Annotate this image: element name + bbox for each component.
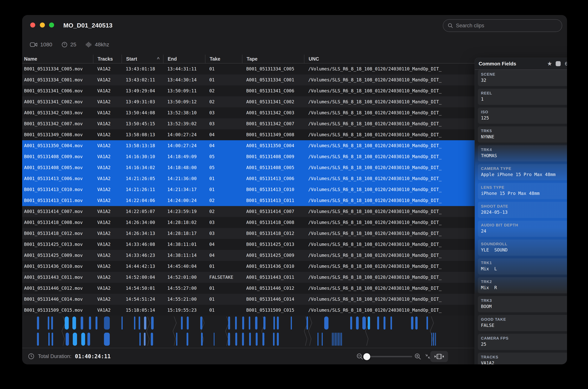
- field-card[interactable]: TRK4THOMAS: [478, 145, 567, 162]
- timeline-clip-bar[interactable]: [235, 317, 237, 329]
- timeline-clip-bar[interactable]: [341, 333, 342, 346]
- timeline-clip-bar[interactable]: [334, 333, 334, 346]
- field-card[interactable]: SOUNDROLLYLE SOUND: [478, 239, 567, 256]
- field-card[interactable]: CAMERA FPS25: [478, 334, 567, 350]
- field-card[interactable]: TRK3BOOM: [478, 296, 567, 312]
- search-box[interactable]: [443, 19, 562, 32]
- timeline-clip-bar[interactable]: [332, 333, 333, 346]
- timeline-clip-bar[interactable]: [51, 317, 53, 329]
- column-header-tape[interactable]: Tape: [242, 55, 304, 63]
- timeline-clip-bar[interactable]: [228, 317, 230, 329]
- timeline-clip-bar[interactable]: [249, 317, 250, 329]
- timeline-clip-bar[interactable]: [291, 317, 292, 329]
- timeline-clip-bar[interactable]: [187, 333, 188, 346]
- timeline-clip-bar[interactable]: [383, 317, 385, 329]
- timeline-clip-bar[interactable]: [377, 317, 379, 329]
- zoom-in-icon[interactable]: [414, 353, 421, 360]
- timeline-clip-bar[interactable]: [104, 317, 110, 329]
- timeline-clip-bar[interactable]: [362, 317, 366, 329]
- timeline-clip-bar[interactable]: [435, 333, 436, 346]
- field-card[interactable]: CAMERA TYPEApple iPhone 15 Pro Max 48mm: [478, 164, 567, 180]
- timeline-clip-bar[interactable]: [201, 333, 203, 346]
- timeline-clip-bar[interactable]: [81, 333, 85, 346]
- timeline-clip-bar[interactable]: [72, 317, 76, 329]
- field-card[interactable]: SCENE32: [478, 70, 567, 86]
- star-icon[interactable]: ★: [547, 61, 552, 66]
- timeline-clip-bar[interactable]: [411, 317, 413, 329]
- timeline-clip-bar[interactable]: [37, 317, 39, 329]
- timeline-clip-bar[interactable]: [242, 317, 244, 329]
- timeline-clip-bar[interactable]: [431, 333, 432, 346]
- timeline-clip-bar[interactable]: [176, 333, 177, 346]
- timeline-clip-bar[interactable]: [228, 333, 230, 346]
- field-card[interactable]: SHOOT DATE2024-05-13: [478, 202, 567, 218]
- timeline-clip-bar[interactable]: [426, 317, 428, 329]
- timeline-clip-bar[interactable]: [390, 317, 392, 329]
- timeline-clip-bar[interactable]: [181, 317, 183, 329]
- timeline-clip-bar[interactable]: [73, 333, 77, 346]
- timeline-clip-bar[interactable]: [151, 317, 154, 329]
- timeline-clip-bar[interactable]: [262, 333, 264, 346]
- column-header-start[interactable]: Start ^: [121, 55, 163, 63]
- timeline-clip-bar[interactable]: [317, 333, 318, 346]
- timeline-clip-bar[interactable]: [214, 333, 214, 346]
- column-header-name[interactable]: Name: [22, 55, 93, 63]
- timeline-clip-bar[interactable]: [249, 333, 251, 346]
- timeline-clip-bar[interactable]: [121, 317, 123, 329]
- timeline-clip-bar[interactable]: [273, 317, 275, 329]
- timeline-clip-bar[interactable]: [235, 333, 237, 346]
- timeline-clip-bar[interactable]: [200, 317, 202, 329]
- timeline-clip-bar[interactable]: [307, 317, 308, 329]
- timeline-clip-bar[interactable]: [337, 333, 337, 346]
- column-header-end[interactable]: End: [163, 55, 205, 63]
- timeline-clip-bar[interactable]: [66, 333, 69, 346]
- timeline-clip-bar[interactable]: [242, 333, 244, 346]
- field-card[interactable]: TRK2Mix R: [478, 277, 567, 293]
- timeline-zoom-slider-thumb[interactable]: [363, 353, 370, 360]
- field-card[interactable]: AUDIO BIT DEPTH24: [478, 221, 567, 237]
- search-input[interactable]: [456, 23, 557, 29]
- column-header-tracks[interactable]: Tracks: [93, 55, 121, 63]
- timeline-clip-bar[interactable]: [273, 333, 275, 346]
- timeline-clip-bar[interactable]: [48, 317, 49, 329]
- field-card[interactable]: TRK5NYNNE: [478, 126, 567, 143]
- timeline-clip-bar[interactable]: [350, 317, 352, 329]
- field-card[interactable]: ISO125: [478, 107, 567, 124]
- timeline-clip-bar[interactable]: [322, 333, 323, 346]
- timeline-clip-bar[interactable]: [338, 333, 339, 346]
- timeline-clip-bar[interactable]: [139, 317, 140, 329]
- timeline-clip-bar[interactable]: [368, 317, 370, 329]
- timeline-clip-bar[interactable]: [96, 317, 98, 329]
- timeline-clip-bar[interactable]: [335, 333, 336, 346]
- timeline-clip-bar[interactable]: [255, 317, 257, 329]
- timeline-clip-bar[interactable]: [144, 333, 145, 346]
- timeline-clip-bar[interactable]: [277, 333, 279, 346]
- timeline-clip-bar[interactable]: [48, 333, 50, 346]
- timeline-clip-bar[interactable]: [144, 317, 146, 329]
- timeline-clip-bar[interactable]: [340, 333, 340, 346]
- minimize-window-button[interactable]: [40, 23, 45, 28]
- timeline-clip-bar[interactable]: [134, 317, 135, 329]
- timeline-clip-bar[interactable]: [256, 333, 258, 346]
- timeline-clip-bar[interactable]: [356, 317, 359, 329]
- timeline-clip-bar[interactable]: [415, 317, 418, 329]
- timeline-clip-bar[interactable]: [277, 317, 279, 329]
- fit-timeline-button[interactable]: [430, 351, 448, 362]
- close-window-button[interactable]: [30, 23, 35, 28]
- timeline-clip-bar[interactable]: [87, 333, 90, 346]
- timeline-clip-bar[interactable]: [139, 333, 141, 346]
- field-card[interactable]: TRACKSVA1A2: [478, 353, 567, 364]
- zoom-window-button[interactable]: [49, 23, 54, 28]
- timeline-clip-bar[interactable]: [187, 317, 189, 329]
- timeline-clip-bar[interactable]: [433, 333, 434, 346]
- timeline-clip-bar[interactable]: [52, 333, 53, 346]
- column-header-take[interactable]: Take: [205, 55, 242, 63]
- timeline-zoom-slider-track[interactable]: [367, 356, 412, 357]
- field-card[interactable]: REEL1: [478, 89, 567, 105]
- zoom-out-icon[interactable]: [356, 353, 364, 360]
- timeline-clip-bar[interactable]: [65, 317, 69, 329]
- timeline-clip-bar[interactable]: [37, 333, 39, 346]
- field-card[interactable]: GOOD TAKEFALSE: [478, 315, 567, 331]
- field-card[interactable]: LENS TYPEiPhone 15 Pro Max 48mm: [478, 183, 567, 199]
- timeline-clip-bar[interactable]: [324, 317, 328, 329]
